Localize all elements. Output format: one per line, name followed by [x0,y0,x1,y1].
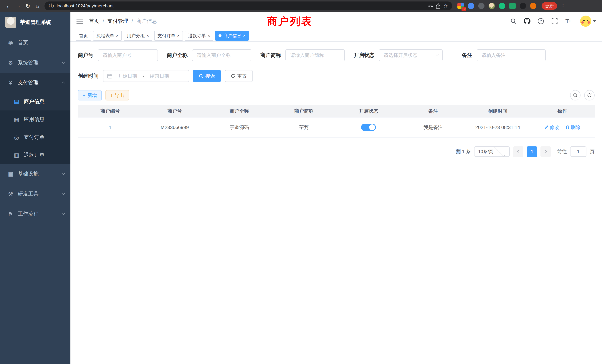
toolbar-right [570,90,595,100]
bookmark-star-icon[interactable]: ☆ [443,3,448,9]
reset-button[interactable]: 重置 [225,70,253,82]
sidebar-item-pay-order[interactable]: ◎ 支付订单 [0,128,70,146]
main-area: 商户列表 首页 / 支付管理 / 商户信息 [70,12,602,364]
tab-user-group[interactable]: 用户分组 × [124,31,152,41]
status-toggle[interactable] [361,124,376,131]
add-button[interactable]: + 新增 [78,90,102,100]
col-header-remark: 备注 [401,108,466,114]
tab-pay-order[interactable]: 支付订单 × [154,31,183,41]
tab-merchant-info[interactable]: 商户信息 × [215,31,249,41]
browser-home-button[interactable]: ⌂ [33,1,42,11]
export-button[interactable]: ↓ 导出 [106,90,129,100]
status-label: 开启状态 [354,52,374,59]
sidebar-item-home[interactable]: ◉ 首页 [0,33,70,53]
short-name-label: 商户简称 [260,52,281,59]
remark-label: 备注 [462,52,472,59]
sidebar-item-infrastructure[interactable]: ▣ 基础设施 [0,164,70,184]
date-start-input[interactable] [114,73,141,79]
edit-link[interactable]: 修改 [544,124,559,131]
tab-refund-order[interactable]: 退款订单 × [185,31,214,41]
extension-badge: 10 [462,7,466,11]
next-page-button[interactable] [540,146,551,157]
sidebar-item-refund-order[interactable]: ▥ 退款订单 [0,146,70,164]
edit-link-label: 修改 [550,124,559,131]
delete-link[interactable]: 删除 [565,124,580,131]
date-range-picker[interactable]: - [103,70,189,82]
close-icon[interactable]: × [208,34,210,38]
help-icon[interactable]: ? [537,17,545,25]
chevron-down-icon [494,146,505,156]
sidebar-collapse-icon[interactable] [76,19,83,23]
cell-merchant-id: 1 [78,125,142,130]
extension-icon-blue-drop[interactable] [468,3,474,9]
tab-process-form[interactable]: 流程表单 × [93,31,122,41]
sidebar-item-merchant-info[interactable]: ▤ 商户信息 [0,93,70,110]
password-key-icon[interactable] [427,3,433,9]
tab-home[interactable]: 首页 [76,31,91,41]
toggle-search-button[interactable] [570,90,580,100]
browser-back-button[interactable]: ← [4,1,13,11]
pagination-total-prefix: 共 [456,149,461,154]
search-button[interactable]: 搜索 [193,70,221,82]
page-number-button[interactable]: 1 [527,146,537,157]
navbar-actions: ? TT [510,16,596,27]
browser-profile-avatar[interactable] [530,3,536,9]
extension-icon-dark-sphere[interactable] [478,3,484,9]
sidebar: 芋道管理系统 ◉ 首页 ⚙ 系统管理 ¥ 支付管理 [0,12,70,364]
short-name-input[interactable] [285,49,345,61]
extension-icon-pin[interactable] [520,3,526,9]
sidebar-item-payment[interactable]: ¥ 支付管理 [0,73,70,93]
tab-label: 流程表单 [96,33,114,39]
browser-forward-button[interactable]: → [13,1,23,11]
sidebar-item-devtools[interactable]: ⚒ 研发工具 [0,184,70,204]
sidebar-menu: ◉ 首页 ⚙ 系统管理 ¥ 支付管理 ▤ 商户信息 [0,33,70,224]
extension-icon-green-circle[interactable] [499,3,505,9]
github-icon[interactable] [523,17,531,25]
delete-link-label: 删除 [571,124,580,131]
site-info-icon[interactable]: ⓘ [49,3,54,9]
merchant-no-input[interactable] [98,49,158,61]
close-icon[interactable]: × [177,34,180,38]
status-select-placeholder: 请选择开启状态 [384,52,436,59]
search-icon[interactable] [510,17,517,25]
sidebar-item-system[interactable]: ⚙ 系统管理 [0,53,70,73]
refresh-button[interactable] [584,90,595,100]
browser-reload-button[interactable]: ↻ [23,1,33,11]
browser-menu-icon[interactable]: ⋮ [560,3,566,9]
plus-icon: + [83,93,86,98]
remark-input[interactable] [477,49,546,61]
date-separator: - [143,73,144,79]
document-icon: ▥ [13,152,20,158]
app-logo[interactable]: 芋道管理系统 [0,12,70,33]
sidebar-item-workflow[interactable]: ⚑ 工作流程 [0,204,70,224]
browser-address-bar[interactable]: ⓘ localhost:1024/pay/merchant ☆ [44,1,452,10]
goto-page-input[interactable] [570,146,586,157]
extension-icon-avatar[interactable] [489,3,495,9]
breadcrumb-home[interactable]: 首页 [89,18,99,25]
chevron-right-icon [544,150,547,153]
cell-remark: 我是备注 [401,124,466,131]
flag-icon: ⚑ [7,211,14,217]
user-menu[interactable] [580,16,596,27]
font-size-icon[interactable]: TT [565,17,572,25]
reset-button-label: 重置 [237,73,247,79]
status-select[interactable]: 请选择开启状态 [379,49,443,61]
cell-create-time: 2021-10-23 08:31:14 [465,125,530,130]
close-icon[interactable]: × [116,34,118,38]
share-icon[interactable] [436,3,441,9]
extensions-grid-icon[interactable]: 10 [457,3,464,9]
sidebar-item-app-info[interactable]: ▦ 应用信息 [0,110,70,128]
date-end-input[interactable] [146,73,173,79]
full-name-input[interactable] [192,49,251,61]
close-icon[interactable]: × [147,34,149,38]
page-size-select[interactable]: 10条/页 [474,146,510,157]
browser-update-button[interactable]: 更新 [542,2,557,10]
cell-status [336,124,401,131]
fullscreen-icon[interactable] [551,17,558,25]
chevron-down-icon [62,192,65,195]
extension-icon-green-square[interactable] [509,3,516,9]
goto-label: 前往 [557,149,567,155]
close-icon[interactable]: × [243,34,245,38]
breadcrumb-payment[interactable]: 支付管理 [108,18,128,25]
prev-page-button[interactable] [513,146,523,157]
